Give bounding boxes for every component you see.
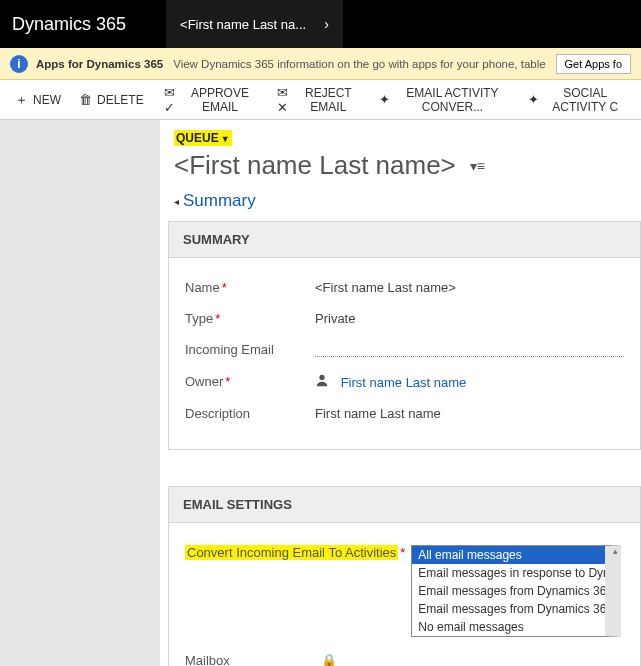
top-nav-bar: Dynamics 365 <First name Last na... › — [0, 0, 641, 48]
email-settings-header: EMAIL SETTINGS — [169, 487, 640, 523]
incoming-email-label: Incoming Email — [185, 342, 315, 357]
entity-type-label: QUEUE — [176, 131, 219, 145]
content-pane: QUEUE▼ <First name Last name> ▾≡ ◂ Summa… — [160, 120, 641, 666]
trash-icon: 🗑 — [79, 92, 92, 107]
owner-link[interactable]: First name Last name — [341, 375, 467, 390]
new-button[interactable]: ＋NEW — [6, 80, 70, 120]
section-label: Summary — [183, 191, 256, 211]
list-icon[interactable]: ▾≡ — [470, 158, 485, 174]
convert-label: Convert Incoming Email To Activities* — [185, 545, 405, 560]
dropdown-option[interactable]: Email messages from Dynamics 365 Lead — [412, 582, 605, 600]
approve-email-button[interactable]: ✉✓APPROVE EMAIL — [153, 80, 266, 120]
info-banner: i Apps for Dynamics 365 View Dynamics 36… — [0, 48, 641, 80]
email-settings-card: EMAIL SETTINGS Convert Incoming Email To… — [168, 486, 641, 666]
owner-value[interactable]: First name Last name — [315, 373, 624, 390]
field-name: Name* <First name Last name> — [185, 272, 624, 303]
field-description: Description First name Last name — [185, 398, 624, 429]
incoming-email-value[interactable] — [315, 343, 624, 357]
email-activity-button[interactable]: ✦EMAIL ACTIVITY CONVER... — [370, 80, 520, 120]
tools-icon: ✦ — [528, 92, 539, 107]
summary-body: Name* <First name Last name> Type* Priva… — [169, 258, 640, 449]
name-label: Name* — [185, 280, 315, 295]
field-convert-incoming: Convert Incoming Email To Activities* Al… — [185, 537, 624, 645]
description-label: Description — [185, 406, 315, 421]
page-title-text: <First name Last name> — [174, 150, 456, 181]
entity-type-selector[interactable]: QUEUE▼ — [174, 130, 232, 146]
description-value[interactable]: First name Last name — [315, 406, 624, 421]
summary-section-toggle[interactable]: ◂ Summary — [174, 191, 641, 211]
summary-card: SUMMARY Name* <First name Last name> Typ… — [168, 221, 641, 450]
product-name: Dynamics 365 — [12, 14, 126, 35]
plus-icon: ＋ — [15, 91, 28, 109]
owner-label: Owner* — [185, 374, 315, 389]
info-icon: i — [10, 55, 28, 73]
banner-title: Apps for Dynamics 365 — [36, 58, 163, 70]
chevron-right-icon: › — [324, 16, 329, 32]
page-title: <First name Last name> ▾≡ — [174, 150, 641, 181]
breadcrumb-label: <First name Last na... — [180, 17, 306, 32]
delete-button[interactable]: 🗑DELETE — [70, 80, 153, 120]
type-label: Type* — [185, 311, 315, 326]
main-area: QUEUE▼ <First name Last name> ▾≡ ◂ Summa… — [0, 120, 641, 666]
dropdown-option[interactable]: No email messages — [412, 618, 605, 636]
person-icon — [315, 375, 333, 390]
banner-text: View Dynamics 365 information on the go … — [173, 58, 545, 70]
breadcrumb[interactable]: <First name Last na... › — [166, 0, 343, 48]
convert-dropdown[interactable]: All email messages Email messages in res… — [411, 545, 621, 637]
reject-icon: ✉✕ — [275, 85, 292, 115]
left-pane — [0, 120, 160, 666]
dropdown-selected[interactable]: All email messages — [412, 546, 605, 564]
get-apps-button[interactable]: Get Apps fo — [556, 54, 631, 74]
command-bar: ＋NEW 🗑DELETE ✉✓APPROVE EMAIL ✉✕REJECT EM… — [0, 80, 641, 120]
dropdown-option[interactable]: Email messages from Dynamics 365 reco — [412, 600, 605, 618]
svg-point-0 — [319, 375, 324, 380]
field-mailbox: Mailbox 🔒 — [185, 645, 624, 666]
email-settings-body: Convert Incoming Email To Activities* Al… — [169, 523, 640, 666]
summary-header: SUMMARY — [169, 222, 640, 258]
type-value[interactable]: Private — [315, 311, 624, 326]
convert-label-text: Convert Incoming Email To Activities — [185, 545, 398, 560]
mailbox-label: Mailbox — [185, 653, 315, 666]
field-type: Type* Private — [185, 303, 624, 334]
approve-icon: ✉✓ — [162, 85, 179, 115]
lock-icon: 🔒 — [321, 653, 337, 666]
tools-icon: ✦ — [379, 92, 390, 107]
reject-email-button[interactable]: ✉✕REJECT EMAIL — [266, 80, 370, 120]
triangle-left-icon: ◂ — [174, 196, 179, 207]
caret-down-icon: ▼ — [221, 134, 230, 144]
dropdown-option[interactable]: Email messages in response to Dynamics — [412, 564, 605, 582]
social-activity-button[interactable]: ✦SOCIAL ACTIVITY C — [519, 80, 635, 120]
field-incoming-email: Incoming Email — [185, 334, 624, 365]
field-owner: Owner* First name Last name — [185, 365, 624, 398]
name-value[interactable]: <First name Last name> — [315, 280, 624, 295]
